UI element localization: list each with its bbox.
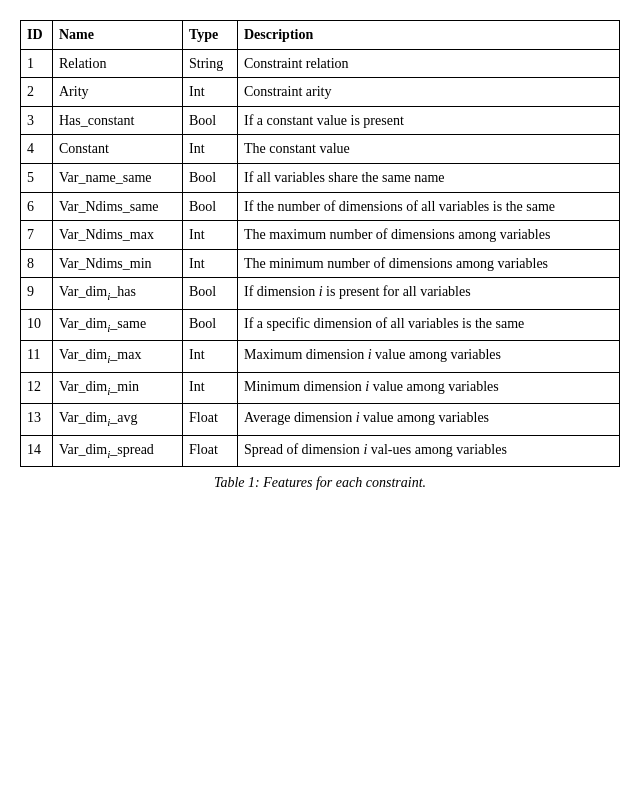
cell-id: 8 [21, 249, 53, 278]
table-container: ID Name Type Description 1RelationString… [20, 20, 620, 491]
cell-description: Minimum dimension i value among variable… [238, 372, 620, 403]
cell-type: Int [183, 78, 238, 107]
cell-description: Constraint arity [238, 78, 620, 107]
cell-description: Average dimension i value among variable… [238, 404, 620, 435]
cell-id: 14 [21, 435, 53, 466]
cell-id: 10 [21, 309, 53, 340]
table-row: 5Var_name_sameBoolIf all variables share… [21, 163, 620, 192]
table-row: 11Var_dimi_maxIntMaximum dimension i val… [21, 341, 620, 372]
cell-type: Bool [183, 309, 238, 340]
cell-name: Arity [53, 78, 183, 107]
cell-description: The constant value [238, 135, 620, 164]
cell-id: 2 [21, 78, 53, 107]
cell-type: Float [183, 404, 238, 435]
cell-type: Float [183, 435, 238, 466]
cell-id: 6 [21, 192, 53, 221]
cell-type: Int [183, 249, 238, 278]
header-name: Name [53, 21, 183, 50]
cell-id: 12 [21, 372, 53, 403]
cell-id: 1 [21, 49, 53, 78]
cell-description: If a specific dimension of all variables… [238, 309, 620, 340]
table-row: 8Var_Ndims_minIntThe minimum number of d… [21, 249, 620, 278]
cell-type: Int [183, 372, 238, 403]
cell-id: 3 [21, 106, 53, 135]
cell-name: Var_dimi_max [53, 341, 183, 372]
table-row: 12Var_dimi_minIntMinimum dimension i val… [21, 372, 620, 403]
cell-name: Var_Ndims_min [53, 249, 183, 278]
cell-description: Spread of dimension i val-ues among vari… [238, 435, 620, 466]
cell-id: 4 [21, 135, 53, 164]
cell-type: Int [183, 341, 238, 372]
table-header-row: ID Name Type Description [21, 21, 620, 50]
cell-name: Var_Ndims_same [53, 192, 183, 221]
cell-name: Var_dimi_min [53, 372, 183, 403]
cell-name: Var_dimi_spread [53, 435, 183, 466]
cell-name: Var_name_same [53, 163, 183, 192]
cell-type: Bool [183, 278, 238, 309]
table-row: 9Var_dimi_hasBoolIf dimension i is prese… [21, 278, 620, 309]
cell-name: Var_Ndims_max [53, 221, 183, 250]
cell-id: 11 [21, 341, 53, 372]
header-description: Description [238, 21, 620, 50]
cell-description: If a constant value is present [238, 106, 620, 135]
table-row: 14Var_dimi_spreadFloatSpread of dimensio… [21, 435, 620, 466]
cell-name: Relation [53, 49, 183, 78]
cell-name: Has_constant [53, 106, 183, 135]
table-row: 1RelationStringConstraint relation [21, 49, 620, 78]
header-id: ID [21, 21, 53, 50]
cell-name: Var_dimi_same [53, 309, 183, 340]
cell-type: Int [183, 135, 238, 164]
cell-id: 7 [21, 221, 53, 250]
cell-name: Var_dimi_avg [53, 404, 183, 435]
cell-type: String [183, 49, 238, 78]
cell-description: The minimum number of dimensions among v… [238, 249, 620, 278]
table-row: 7Var_Ndims_maxIntThe maximum number of d… [21, 221, 620, 250]
cell-description: If the number of dimensions of all varia… [238, 192, 620, 221]
cell-id: 13 [21, 404, 53, 435]
header-type: Type [183, 21, 238, 50]
cell-type: Bool [183, 163, 238, 192]
cell-name: Constant [53, 135, 183, 164]
table-row: 10Var_dimi_sameBoolIf a specific dimensi… [21, 309, 620, 340]
table-row: 2ArityIntConstraint arity [21, 78, 620, 107]
cell-description: The maximum number of dimensions among v… [238, 221, 620, 250]
cell-description: Maximum dimension i value among variable… [238, 341, 620, 372]
cell-description: Constraint relation [238, 49, 620, 78]
cell-id: 9 [21, 278, 53, 309]
cell-name: Var_dimi_has [53, 278, 183, 309]
table-caption: Table 1: Features for each constraint. [20, 475, 620, 491]
table-row: 3Has_constantBoolIf a constant value is … [21, 106, 620, 135]
features-table: ID Name Type Description 1RelationString… [20, 20, 620, 467]
table-row: 6Var_Ndims_sameBoolIf the number of dime… [21, 192, 620, 221]
cell-type: Bool [183, 106, 238, 135]
cell-id: 5 [21, 163, 53, 192]
cell-type: Bool [183, 192, 238, 221]
cell-description: If dimension i is present for all variab… [238, 278, 620, 309]
cell-type: Int [183, 221, 238, 250]
cell-description: If all variables share the same name [238, 163, 620, 192]
table-row: 4ConstantIntThe constant value [21, 135, 620, 164]
table-row: 13Var_dimi_avgFloatAverage dimension i v… [21, 404, 620, 435]
